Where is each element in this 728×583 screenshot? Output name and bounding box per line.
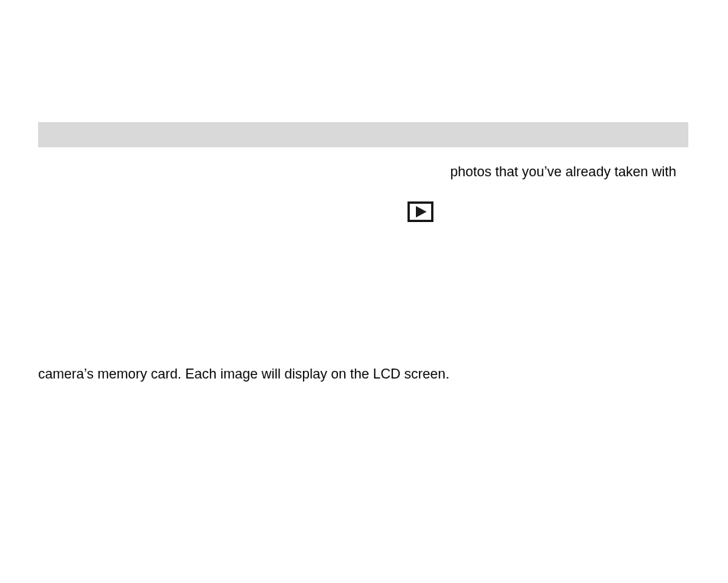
svg-marker-1 (416, 206, 427, 217)
gray-bar (38, 122, 688, 147)
body-text-fragment-2: camera’s memory card. Each image will di… (38, 366, 449, 382)
body-text-fragment-1: photos that you’ve already taken with (450, 164, 676, 180)
play-icon (407, 201, 433, 226)
